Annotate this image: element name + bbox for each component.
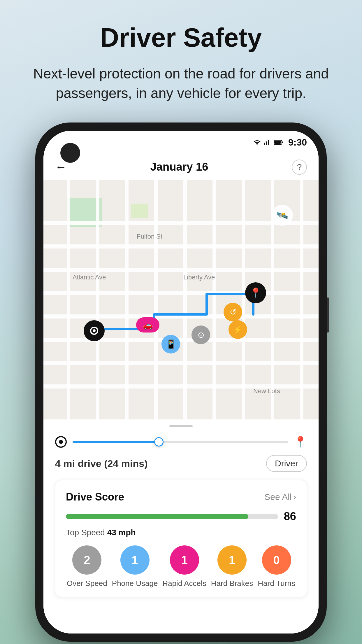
svg-rect-23 xyxy=(242,180,245,419)
battery-icon xyxy=(274,138,283,147)
status-bar: 9:30 xyxy=(43,131,319,154)
events-row: 2Over Speed1Phone Usage1Rapid Accels1Har… xyxy=(66,545,296,589)
speed-marker: ⊙ xyxy=(191,326,210,344)
svg-rect-12 xyxy=(43,291,319,295)
svg-rect-11 xyxy=(43,268,319,272)
page-title: Driver Safety xyxy=(29,23,333,52)
event-label-phone-usage: Phone Usage xyxy=(112,579,158,589)
trip-distance-text: 4 mi drive (24 mins) xyxy=(55,458,147,469)
driver-badge[interactable]: Driver xyxy=(266,455,307,472)
event-hard-turns: 0Hard Turns xyxy=(258,545,295,589)
location-pin-icon: 📍 xyxy=(294,436,307,448)
phone-usage-marker: 📱 xyxy=(161,335,180,354)
svg-rect-14 xyxy=(43,338,319,342)
camera-notch xyxy=(60,143,80,163)
see-all-link[interactable]: See All › xyxy=(264,492,296,502)
help-button[interactable]: ? xyxy=(292,160,307,175)
svg-rect-5 xyxy=(274,141,281,144)
see-all-label: See All xyxy=(264,492,291,502)
signal-icon xyxy=(264,138,271,147)
rapid-accel-marker: ⚡ xyxy=(229,320,247,339)
event-circle-rapid-accels: 1 xyxy=(170,545,199,575)
svg-text:New Lots: New Lots xyxy=(253,387,280,395)
page-header: Driver Safety Next-level protection on t… xyxy=(0,0,362,115)
score-title: Drive Score xyxy=(66,491,124,503)
status-time: 9:30 xyxy=(288,137,307,148)
trip-distance: 4 mi drive (24 mins) xyxy=(55,458,147,469)
event-label-hard-turns: Hard Turns xyxy=(258,579,295,589)
score-number: 86 xyxy=(284,510,296,523)
svg-rect-0 xyxy=(264,143,265,145)
svg-rect-2 xyxy=(268,140,269,145)
score-bar-track xyxy=(66,514,278,519)
top-speed: Top Speed 43 mph xyxy=(66,528,296,537)
event-over-speed: 2Over Speed xyxy=(67,545,107,589)
top-speed-value: 43 mph xyxy=(107,528,136,537)
wifi-icon xyxy=(253,138,261,147)
page-subtitle: Next-level protection on the road for dr… xyxy=(29,64,333,103)
event-label-hard-brakes: Hard Brakes xyxy=(211,579,253,589)
phone-device: 9:30 ← January 16 ? xyxy=(35,123,327,642)
status-icons: 9:30 xyxy=(253,137,307,148)
event-circle-over-speed: 2 xyxy=(72,545,101,575)
svg-text:Atlantic Ave: Atlantic Ave xyxy=(73,274,106,281)
trip-slider[interactable]: 📍 xyxy=(55,436,307,448)
svg-rect-18 xyxy=(96,180,99,419)
svg-text:Fulton St: Fulton St xyxy=(137,233,162,240)
event-circle-hard-brakes: 1 xyxy=(217,545,247,575)
svg-rect-10 xyxy=(43,244,319,249)
event-circle-phone-usage: 1 xyxy=(120,545,150,575)
svg-rect-17 xyxy=(67,180,70,419)
svg-rect-4 xyxy=(282,141,283,143)
svg-text:🛰️: 🛰️ xyxy=(277,210,288,221)
end-marker: 📍 xyxy=(245,282,266,303)
svg-rect-22 xyxy=(212,180,216,419)
svg-text:Liberty Ave: Liberty Ave xyxy=(183,274,215,281)
score-bar-row: 86 xyxy=(66,510,296,523)
nav-bar: ← January 16 ? xyxy=(43,154,319,180)
event-rapid-accels: 1Rapid Accels xyxy=(162,545,206,589)
event-phone-usage: 1Phone Usage xyxy=(112,545,158,589)
map-svg: Fulton St Atlantic Ave Liberty Ave New L… xyxy=(43,180,319,419)
svg-rect-21 xyxy=(183,180,187,419)
svg-rect-15 xyxy=(43,361,319,365)
event-label-over-speed: Over Speed xyxy=(67,579,107,589)
start-marker xyxy=(84,320,105,341)
nav-title: January 16 xyxy=(67,161,292,173)
svg-rect-8 xyxy=(131,204,148,218)
chevron-right-icon: › xyxy=(294,492,296,502)
map-area[interactable]: Fulton St Atlantic Ave Liberty Ave New L… xyxy=(43,180,319,419)
score-header: Drive Score See All › xyxy=(66,491,296,503)
slider-start-icon xyxy=(55,436,67,448)
score-bar-fill xyxy=(66,514,248,519)
back-button[interactable]: ← xyxy=(55,160,67,174)
slider-thumb[interactable] xyxy=(154,437,164,447)
event-label-rapid-accels: Rapid Accels xyxy=(162,579,206,589)
hard-turn-marker: ↺ xyxy=(224,303,242,321)
panel-handle xyxy=(169,425,193,427)
svg-rect-1 xyxy=(266,141,267,145)
top-speed-label: Top Speed xyxy=(66,528,105,537)
trip-info-row: 4 mi drive (24 mins) Driver xyxy=(55,455,307,472)
score-card: Drive Score See All › 86 Top Speed xyxy=(55,480,307,597)
event-hard-brakes: 1Hard Brakes xyxy=(211,545,253,589)
svg-rect-20 xyxy=(154,180,158,419)
event-circle-hard-turns: 0 xyxy=(262,545,291,575)
slider-fill xyxy=(73,441,159,443)
car-marker: 🚗 xyxy=(136,317,159,332)
svg-rect-19 xyxy=(125,180,129,419)
svg-rect-25 xyxy=(300,180,303,419)
phone-screen: 9:30 ← January 16 ? xyxy=(43,131,319,634)
bottom-panel: 📍 4 mi drive (24 mins) Driver Drive Scor… xyxy=(43,419,319,634)
phone-side-button xyxy=(327,298,329,332)
slider-track[interactable] xyxy=(73,441,288,443)
